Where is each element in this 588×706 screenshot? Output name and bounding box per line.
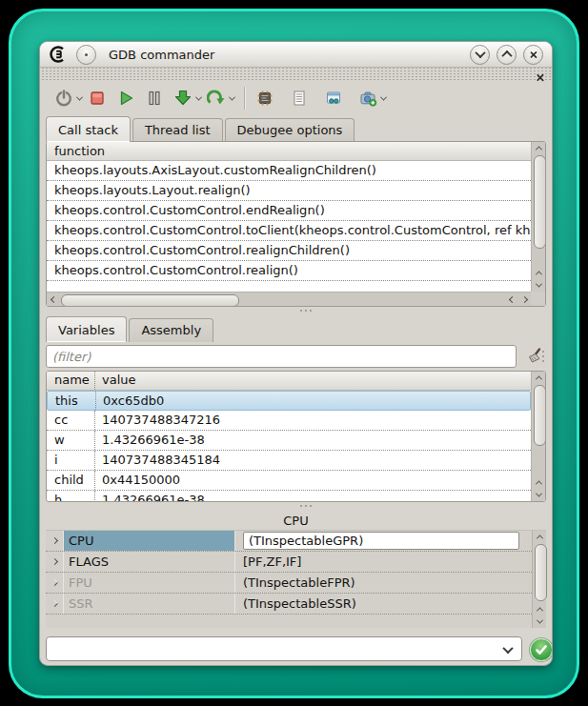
splitter-handle[interactable] [296,503,315,509]
confirm-button[interactable] [530,638,553,661]
scroll-up-icon[interactable] [536,535,542,541]
variable-value: 0xc65db0 [96,392,164,410]
expand-chevron-icon[interactable] [46,573,64,593]
scrollbar-thumb[interactable] [535,544,547,601]
filter-toolbar [46,344,546,371]
scrollbar-thumb[interactable] [534,155,546,249]
register-group-name: CPU [64,531,235,551]
variable-value: 1.43266961e-38 [95,431,205,450]
call-stack-column-header[interactable]: function [47,142,531,161]
column-value[interactable]: value [95,372,136,390]
power-button[interactable] [52,86,75,111]
chevron-down-icon [475,48,485,58]
call-stack-row[interactable]: kheops.control.CustomControl.realign() [47,261,531,281]
expand-chevron-icon[interactable] [46,594,64,614]
window-title: GDB commander [109,48,214,62]
tab-assembly[interactable]: Assembly [129,318,213,342]
scroll-up-icon[interactable] [536,607,542,614]
expand-chevron-icon[interactable] [46,552,64,572]
window-menu-button[interactable] [76,45,96,65]
close-button[interactable] [523,45,543,65]
step-into-button[interactable] [172,86,194,111]
tab-thread-list[interactable]: Thread list [132,118,223,142]
cpu-inspector: CPU CPU (TInspectableGPR) FLAGS [PF,ZF,I… [46,513,546,627]
snapshot-button[interactable] [356,86,379,111]
register-group-name: FLAGS [64,552,235,572]
stop-button[interactable] [86,86,109,111]
variable-row[interactable]: child 0x44150000 [47,471,531,491]
close-icon [529,50,537,59]
step-over-icon [207,89,226,108]
scroll-up-icon[interactable] [535,480,541,487]
variable-row-selected[interactable]: this 0xc65db0 [47,391,531,411]
step-over-dropdown-chevron[interactable] [229,93,235,100]
filter-grip[interactable] [540,348,546,365]
snapshot-dropdown-chevron[interactable] [380,93,387,100]
variables-panel: name value this 0xc65db0 cc 140737488347… [46,371,546,502]
filter-input[interactable] [46,345,517,368]
watch-window-icon [324,89,343,108]
power-dropdown-chevron[interactable] [76,93,83,100]
run-button[interactable] [114,86,137,111]
cpu-row-disabled[interactable]: SSR (TInspectableSSR) [46,594,532,615]
call-stack-row[interactable]: kheops.control.CustomControl.realignChil… [47,241,531,261]
cpu-grid: CPU (TInspectableGPR) FLAGS [PF,ZF,IF] F… [46,530,546,628]
cpu-view-button[interactable] [253,86,276,111]
call-stack-vertical-scrollbar[interactable] [531,142,545,292]
call-stack-row[interactable]: kheops.control.CustomControl.toClient(kh… [47,221,531,241]
stop-icon [88,89,107,108]
cpu-row[interactable]: FLAGS [PF,ZF,IF] [46,552,532,573]
tab-variables[interactable]: Variables [46,316,127,342]
column-name[interactable]: name [47,372,95,390]
splitter-handle[interactable] [296,308,315,313]
command-input[interactable] [51,638,493,661]
variable-name: cc [47,411,95,430]
call-stack-row[interactable]: kheops.control.CustomControl.endRealign(… [47,201,531,221]
power-icon [54,89,73,108]
variables-header[interactable]: name value [47,372,531,391]
cpu-row-selected[interactable]: CPU (TInspectableGPR) [46,531,532,552]
scroll-left-icon[interactable] [508,296,515,303]
call-stack-horizontal-scrollbar[interactable] [47,292,531,306]
step-over-button[interactable] [205,86,228,111]
call-stack-row[interactable]: kheops.layouts.AxisLayout.customRealignC… [47,161,531,181]
variables-vertical-scrollbar[interactable] [531,372,545,501]
variable-row[interactable]: w 1.43266961e-38 [47,431,531,451]
dock-handle[interactable] [40,68,552,80]
scroll-left-icon[interactable] [50,296,56,303]
scrollbar-thumb[interactable] [61,294,239,307]
shade-down-button[interactable] [470,45,490,65]
camera-plus-icon [358,89,377,108]
watch-window-button[interactable] [322,86,345,111]
call-stack-row[interactable]: kheops.layouts.Layout.realign() [47,181,531,201]
scroll-right-icon[interactable] [520,296,527,303]
scroll-up-icon[interactable] [535,271,541,277]
tab-debugee-options[interactable]: Debugee options [225,118,355,142]
scroll-down-icon[interactable] [535,491,541,497]
cpu-row-disabled[interactable]: FPU (TInspectableFPR) [46,573,532,594]
variable-row[interactable]: i 140737488345184 [47,451,531,471]
step-into-icon [173,89,193,108]
menu-dot-icon [85,53,88,56]
register-group-value-editor[interactable]: (TInspectableGPR) [243,532,519,550]
combo-dropdown-chevron[interactable] [502,643,513,654]
chevron-up-icon [501,50,512,61]
variable-row[interactable]: h 1.43266961e-38 [47,491,531,502]
variable-name: h [47,491,95,502]
variable-name: i [47,451,95,470]
cpu-vertical-scrollbar[interactable] [532,531,546,628]
output-button[interactable] [288,86,311,111]
step-into-dropdown-chevron[interactable] [195,93,202,100]
scroll-down-icon[interactable] [535,281,541,288]
scrollbar-thumb[interactable] [534,385,546,446]
variable-row[interactable]: cc 140737488347216 [47,411,531,431]
scroll-up-icon[interactable] [535,375,541,382]
tab-call-stack[interactable]: Call stack [46,116,131,142]
expand-chevron-icon[interactable] [46,531,64,551]
pause-button[interactable] [143,86,166,111]
shade-up-button[interactable] [497,45,517,65]
scroll-up-icon[interactable] [535,146,541,152]
titlebar[interactable]: GDB commander [40,42,552,68]
command-combobox[interactable] [46,636,522,661]
scroll-down-icon[interactable] [536,617,542,624]
